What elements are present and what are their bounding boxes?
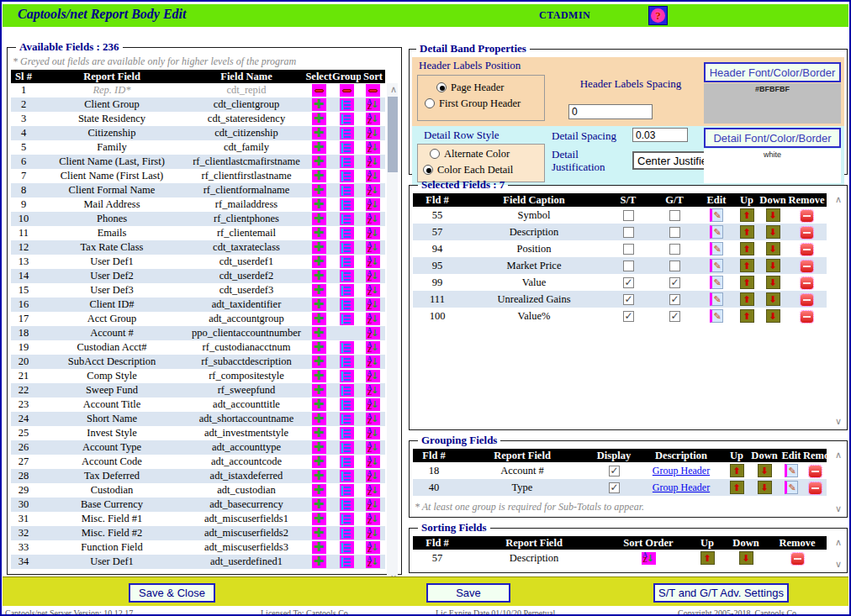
sort-az-icon[interactable]: AZ↓ [366,555,380,568]
move-down-icon[interactable]: ⬇ [766,242,780,255]
select-add-icon[interactable]: ✚ [312,455,326,468]
sort-az-icon[interactable]: AZ↓ [642,552,656,565]
group-outline-icon[interactable] [340,527,354,540]
select-add-icon[interactable]: ✚ [312,270,326,282]
sort-az-icon[interactable]: AZ↓ [366,427,380,440]
group-outline-icon[interactable] [340,541,354,554]
sort-az-icon[interactable]: AZ↓ [366,484,380,497]
edit-icon[interactable]: ✎ [785,464,798,477]
edit-icon[interactable]: ✎ [710,208,723,222]
move-down-icon[interactable]: ⬇ [758,481,772,494]
sort-az-icon[interactable]: AZ↓ [366,155,380,168]
group-outline-icon[interactable] [340,398,354,411]
radio-first-group-header[interactable]: First Group Header [425,97,537,110]
sort-az-icon[interactable]: AZ↓ [366,284,380,297]
edit-icon[interactable]: ✎ [710,225,723,239]
sort-az-icon[interactable]: AZ↓ [366,313,380,325]
group-outline-icon[interactable] [340,441,354,454]
select-add-icon[interactable]: ✚ [312,355,326,368]
sort-az-icon[interactable]: AZ↓ [366,413,380,425]
grandtotal-checkbox[interactable] [669,227,680,238]
group-outline-icon[interactable] [340,498,354,511]
group-outline-icon[interactable] [340,170,354,182]
sort-az-icon[interactable]: AZ↓ [366,255,380,268]
remove-icon[interactable] [801,227,813,239]
sort-az-icon[interactable]: AZ↓ [366,384,380,397]
grandtotal-checkbox[interactable] [669,277,680,288]
group-outline-icon[interactable] [340,213,354,225]
select-add-icon[interactable]: ✚ [312,498,326,511]
scroll-down-icon[interactable]: ∨ [832,558,845,571]
group-outline-icon[interactable] [340,198,354,211]
sort-az-icon[interactable]: AZ↓ [366,441,380,454]
move-up-icon[interactable]: ⬆ [740,292,754,306]
group-outline-icon[interactable] [340,284,354,297]
header-font-color-border-button[interactable]: Header Font/Color/Border [704,62,841,82]
group-outline-icon[interactable] [340,127,354,140]
sort-az-icon[interactable]: AZ↓ [366,184,380,197]
grouping-fields-scrollbar[interactable]: ∧ ∨ [832,449,845,515]
detail-spacing-input[interactable] [632,128,688,142]
adv-settings-button[interactable]: S/T and G/T Adv. Settings [653,583,789,603]
sort-az-icon[interactable]: AZ↓ [366,341,380,354]
subtotal-checkbox[interactable] [623,294,634,305]
select-add-icon[interactable]: ✚ [312,427,326,440]
sort-az-icon[interactable]: AZ↓ [366,170,380,182]
group-outline-icon[interactable] [340,98,354,111]
color-each-detail-radio[interactable] [423,165,433,175]
select-add-icon[interactable]: ✚ [312,213,326,225]
grandtotal-checkbox[interactable] [669,244,680,255]
select-add-icon[interactable]: ✚ [312,313,326,325]
select-add-icon[interactable]: ✚ [312,398,326,411]
remove-icon[interactable] [801,311,813,323]
sort-az-icon[interactable]: AZ↓ [366,455,380,468]
select-add-icon[interactable]: ✚ [312,98,326,111]
grandtotal-checkbox[interactable] [669,210,680,221]
select-add-icon[interactable]: ✚ [312,170,326,182]
subtotal-checkbox[interactable] [623,277,634,288]
remove-icon[interactable] [801,294,813,306]
sort-az-icon[interactable]: AZ↓ [366,141,380,154]
group-outline-icon[interactable] [340,298,354,311]
sort-az-icon[interactable]: AZ↓ [366,513,380,525]
select-add-icon[interactable]: ✚ [312,155,326,168]
move-up-icon[interactable]: ⬆ [740,309,754,323]
group-outline-icon[interactable] [340,413,354,425]
subtotal-checkbox[interactable] [623,210,634,221]
select-add-icon[interactable]: ✚ [312,470,326,482]
select-add-icon[interactable]: ✚ [312,370,326,382]
move-up-icon[interactable]: ⬆ [730,464,744,477]
select-add-icon[interactable]: ✚ [312,527,326,540]
save-button[interactable]: Save [426,583,510,603]
sort-az-icon[interactable]: AZ↓ [366,527,380,540]
sort-az-icon[interactable]: AZ↓ [366,213,380,225]
radio-color-each-detail[interactable]: Color Each Detail [423,164,539,176]
group-outline-icon[interactable] [340,484,354,497]
grandtotal-checkbox[interactable] [669,294,680,305]
move-up-icon[interactable]: ⬆ [740,225,754,239]
display-checkbox[interactable] [609,482,620,493]
radio-alternate-color[interactable]: Alternate Color [430,148,539,161]
sort-az-icon[interactable]: AZ↓ [366,227,380,240]
select-add-icon[interactable]: ✚ [312,541,326,554]
group-outline-icon[interactable] [340,455,354,468]
sort-az-icon[interactable]: AZ↓ [366,355,380,368]
group-header-link[interactable]: Group Header [653,465,710,476]
group-outline-icon[interactable] [340,113,354,125]
sort-az-icon[interactable]: AZ↓ [366,270,380,282]
sort-az-icon[interactable]: AZ↓ [366,98,380,111]
group-outline-icon[interactable] [340,370,354,382]
sort-az-icon[interactable]: AZ↓ [366,370,380,382]
move-up-icon[interactable]: ⬆ [700,551,715,565]
select-add-icon[interactable]: ✚ [312,113,326,125]
sort-az-icon[interactable]: AZ↓ [366,127,380,140]
move-down-icon[interactable]: ⬇ [766,208,780,222]
select-add-icon[interactable]: ✚ [312,384,326,397]
select-add-icon[interactable]: ✚ [312,327,326,340]
save-close-button[interactable]: Save & Close [129,583,215,603]
display-checkbox[interactable] [609,466,620,476]
move-up-icon[interactable]: ⬆ [730,481,744,494]
group-outline-icon[interactable] [340,227,354,240]
move-down-icon[interactable]: ⬇ [766,309,780,323]
scroll-down-icon[interactable]: ∨ [832,503,845,515]
